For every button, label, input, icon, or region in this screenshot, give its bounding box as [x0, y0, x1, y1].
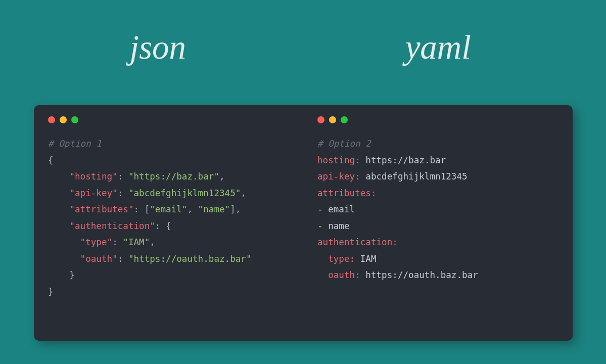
minimize-icon [329, 116, 336, 123]
json-attr-v1: "email" [150, 204, 187, 214]
json-apikey-val: "abcdefghijklmn12345" [128, 188, 241, 198]
heading-json: json [129, 28, 186, 66]
json-oauth-val: "https://oauth.baz.bar" [128, 254, 252, 264]
yaml-pane: # Option 2 hosting: https://baz.bar api-… [303, 105, 573, 341]
heading-yaml: yaml [405, 28, 471, 66]
json-comment: # Option 1 [48, 139, 102, 149]
json-hosting-key: "hosting" [69, 171, 117, 181]
heading-right-wrap: yaml [298, 28, 607, 67]
yaml-hosting-val: https://baz.bar [360, 155, 446, 165]
yaml-oauth-key: oauth: [317, 270, 360, 280]
yaml-type-key: type: [317, 254, 355, 264]
yaml-hosting-key: hosting: [317, 155, 360, 165]
traffic-lights-left [48, 116, 290, 123]
yaml-apikey-key: api-key: [317, 171, 360, 181]
yaml-attr-key: attributes: [317, 188, 377, 198]
maximize-icon [71, 116, 78, 123]
yaml-apikey-val: abcdefghijklmn12345 [360, 171, 468, 181]
yaml-comment: # Option 2 [317, 139, 371, 149]
json-type-key: "type" [80, 237, 113, 247]
json-hosting-val: "https://baz.bar" [128, 171, 219, 181]
minimize-icon [60, 116, 67, 123]
json-attr-key: "attributes" [69, 204, 133, 214]
json-close-inner: } [48, 270, 75, 280]
json-apikey-key: "api-key" [69, 188, 117, 198]
yaml-auth-key: authentication: [317, 237, 398, 247]
yaml-oauth-val: https://oauth.baz.bar [360, 270, 478, 280]
yaml-attr-v1: - email [317, 204, 355, 214]
json-auth-key: "authentication" [69, 221, 155, 231]
json-close-brace: } [48, 287, 54, 297]
json-open-brace: { [48, 155, 54, 165]
json-code: # Option 1 { "hosting": "https://baz.bar… [48, 135, 290, 300]
yaml-type-val: IAM [355, 254, 376, 264]
json-type-val: "IAM" [123, 237, 150, 247]
heading-left-wrap: json [0, 28, 298, 67]
json-oauth-key: "oauth" [80, 254, 118, 264]
yaml-code: # Option 2 hosting: https://baz.bar api-… [317, 135, 560, 284]
close-icon [48, 116, 55, 123]
traffic-lights-right [317, 116, 560, 123]
headings-row: json yaml [0, 28, 606, 67]
close-icon [317, 116, 324, 123]
maximize-icon [341, 116, 348, 123]
yaml-attr-v2: - name [317, 221, 350, 231]
terminal-window: # Option 1 { "hosting": "https://baz.bar… [34, 105, 573, 341]
json-attr-v2: "name" [198, 204, 230, 214]
json-pane: # Option 1 { "hosting": "https://baz.bar… [34, 105, 303, 341]
